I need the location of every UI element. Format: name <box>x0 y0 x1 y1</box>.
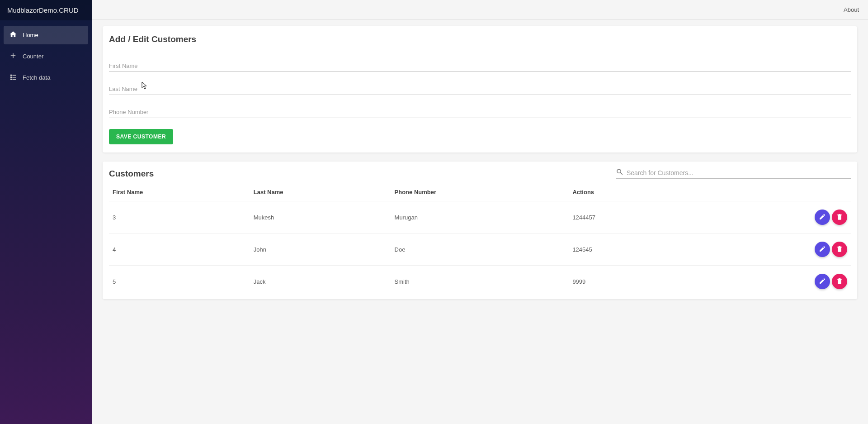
edit-icon <box>819 277 826 286</box>
plus-icon <box>9 52 17 61</box>
cell-phone: 124545 <box>569 233 688 266</box>
edit-button[interactable] <box>815 274 830 289</box>
cell-first-name: John <box>250 233 391 266</box>
col-last-name: Last Name <box>250 183 391 201</box>
delete-button[interactable] <box>832 274 847 289</box>
sidebar-item-label: Fetch data <box>23 74 50 81</box>
search-box <box>616 168 851 179</box>
sidebar-item-label: Home <box>23 32 38 38</box>
table-row: 3MukeshMurugan1244457 <box>109 201 851 233</box>
phone-input[interactable] <box>109 106 851 118</box>
topbar: About <box>92 0 868 20</box>
table-title: Customers <box>109 169 154 179</box>
table-row: 4JohnDoe124545 <box>109 233 851 266</box>
cell-phone: 9999 <box>569 266 688 298</box>
edit-button[interactable] <box>815 242 830 257</box>
cell-last-name: Doe <box>391 233 569 266</box>
last-name-input[interactable] <box>109 83 851 95</box>
col-phone: Phone Number <box>391 183 569 201</box>
main: About Add / Edit Customers First Name La… <box>92 0 868 424</box>
about-link[interactable]: About <box>844 6 859 13</box>
save-customer-button[interactable]: SAVE CUSTOMER <box>109 129 173 144</box>
cell-phone: 1244457 <box>569 201 688 233</box>
cell-last-name: Smith <box>391 266 569 298</box>
delete-button[interactable] <box>832 242 847 257</box>
form-card: Add / Edit Customers First Name Last Nam… <box>103 26 857 152</box>
first-name-field-wrapper: First Name <box>109 60 851 72</box>
cell-first-name: Jack <box>250 266 391 298</box>
sidebar-item-fetch-data[interactable]: Fetch data <box>4 68 88 87</box>
phone-field-wrapper: Phone Number <box>109 106 851 118</box>
sidebar: MudblazorDemo.CRUD Home Counter Fetch da… <box>0 0 92 424</box>
edit-button[interactable] <box>815 210 830 225</box>
delete-icon <box>836 245 843 254</box>
table-card: Customers First Name Last Name Phone Num… <box>103 162 857 299</box>
cell-id: 4 <box>109 233 250 266</box>
first-name-input[interactable] <box>109 60 851 72</box>
form-title: Add / Edit Customers <box>109 34 851 44</box>
content: Add / Edit Customers First Name Last Nam… <box>92 20 868 314</box>
delete-icon <box>836 213 843 222</box>
sidebar-item-counter[interactable]: Counter <box>4 47 88 66</box>
delete-icon <box>836 277 843 286</box>
search-input[interactable] <box>627 169 851 176</box>
customers-table: First Name Last Name Phone Number Action… <box>109 183 851 297</box>
cell-id: 3 <box>109 201 250 233</box>
cell-last-name: Murugan <box>391 201 569 233</box>
list-icon <box>9 73 17 82</box>
sidebar-item-label: Counter <box>23 53 43 60</box>
edit-icon <box>819 213 826 222</box>
delete-button[interactable] <box>832 210 847 225</box>
home-icon <box>9 30 17 40</box>
cell-actions <box>688 266 851 298</box>
cell-id: 5 <box>109 266 250 298</box>
table-row: 5JackSmith9999 <box>109 266 851 298</box>
cell-actions <box>688 233 851 266</box>
edit-icon <box>819 245 826 254</box>
app-brand: MudblazorDemo.CRUD <box>0 0 92 20</box>
cell-actions <box>688 201 851 233</box>
search-icon <box>616 168 624 177</box>
sidebar-nav: Home Counter Fetch data <box>0 20 92 95</box>
cell-first-name: Mukesh <box>250 201 391 233</box>
table-header: Customers <box>109 168 851 179</box>
col-actions: Actions <box>569 183 688 201</box>
sidebar-item-home[interactable]: Home <box>4 26 88 44</box>
last-name-field-wrapper: Last Name <box>109 83 851 95</box>
col-first-name: First Name <box>109 183 250 201</box>
